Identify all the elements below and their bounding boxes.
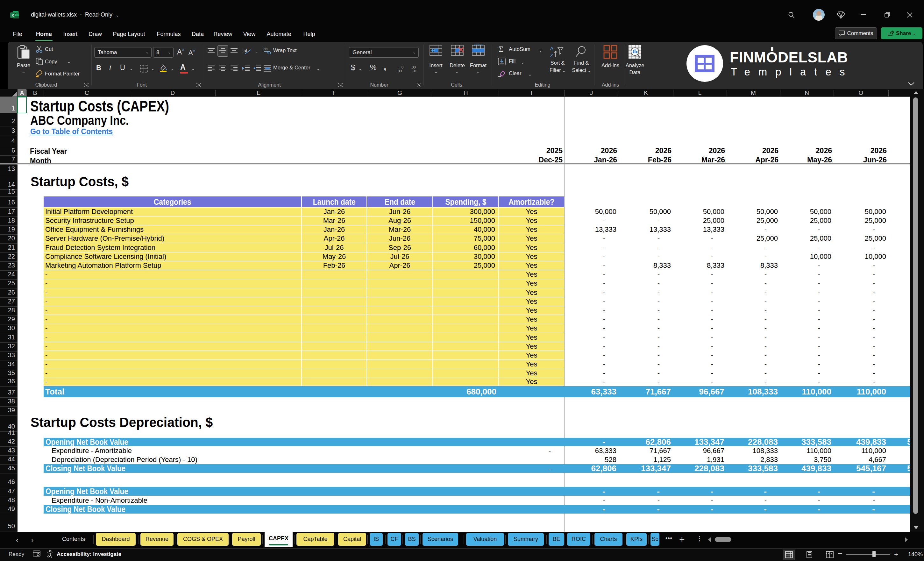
svg-text:ab: ab — [264, 47, 267, 51]
svg-text:→0: →0 — [411, 69, 416, 73]
svg-text:Z: Z — [550, 52, 553, 58]
svg-text:.00: .00 — [411, 65, 416, 69]
svg-text:A: A — [550, 45, 554, 51]
svg-text:x: x — [12, 13, 14, 18]
svg-text:←0: ←0 — [398, 65, 404, 69]
svg-text:ab: ab — [244, 48, 249, 53]
svg-text:.00: .00 — [397, 69, 402, 73]
